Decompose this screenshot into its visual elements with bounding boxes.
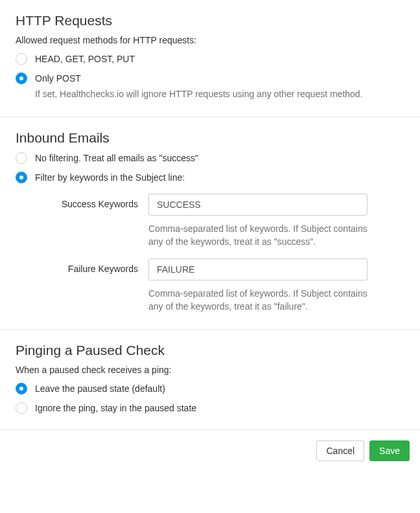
radio-icon (16, 402, 27, 414)
inbound-emails-section: Inbound Emails No filtering. Treat all e… (0, 117, 420, 330)
http-requests-section: HTTP Requests Allowed request methods fo… (0, 0, 420, 117)
paused-check-section: Pinging a Paused Check When a paused che… (0, 330, 420, 430)
radio-icon (16, 53, 27, 65)
emails-option-filter[interactable]: Filter by keywords in the Subject line: (16, 172, 404, 183)
paused-option-ignore[interactable]: Ignore the ping, stay in the paused stat… (16, 402, 404, 414)
http-option-post-help: If set, Healthchecks.io will ignore HTTP… (35, 88, 404, 101)
paused-option-ignore-label: Ignore the ping, stay in the paused stat… (35, 402, 404, 414)
success-keywords-help: Comma-separated list of keywords. If Sub… (148, 222, 368, 249)
http-option-all[interactable]: HEAD, GET, POST, PUT (16, 53, 404, 65)
http-option-post-label: Only POST (35, 73, 404, 84)
http-option-post[interactable]: Only POST If set, Healthchecks.io will i… (16, 73, 404, 101)
radio-icon (16, 383, 27, 394)
emails-option-filter-label: Filter by keywords in the Subject line: (35, 172, 404, 183)
emails-option-nofilter[interactable]: No filtering. Treat all emails as "succe… (16, 152, 404, 164)
emails-option-nofilter-label: No filtering. Treat all emails as "succe… (35, 152, 404, 164)
http-option-all-label: HEAD, GET, POST, PUT (35, 53, 404, 65)
paused-option-leave-label: Leave the paused state (default) (35, 383, 404, 394)
failure-keywords-row: Failure Keywords Comma-separated list of… (35, 258, 404, 314)
failure-keywords-help: Comma-separated list of keywords. If Sub… (148, 287, 368, 314)
footer: Cancel Save (0, 430, 420, 472)
failure-keywords-label: Failure Keywords (35, 258, 148, 274)
success-keywords-input[interactable] (148, 194, 368, 216)
http-title: HTTP Requests (16, 13, 404, 28)
paused-option-leave[interactable]: Leave the paused state (default) (16, 383, 404, 394)
radio-icon (16, 73, 27, 84)
failure-keywords-input[interactable] (148, 258, 368, 280)
radio-icon (16, 152, 27, 164)
emails-title: Inbound Emails (16, 130, 404, 146)
save-button[interactable]: Save (369, 440, 410, 461)
success-keywords-label: Success Keywords (35, 194, 148, 209)
http-desc: Allowed request methods for HTTP request… (16, 35, 404, 45)
paused-title: Pinging a Paused Check (16, 343, 404, 358)
radio-icon (16, 172, 27, 183)
success-keywords-row: Success Keywords Comma-separated list of… (35, 194, 404, 249)
paused-desc: When a paused check receives a ping: (16, 365, 404, 375)
cancel-button[interactable]: Cancel (316, 440, 364, 461)
